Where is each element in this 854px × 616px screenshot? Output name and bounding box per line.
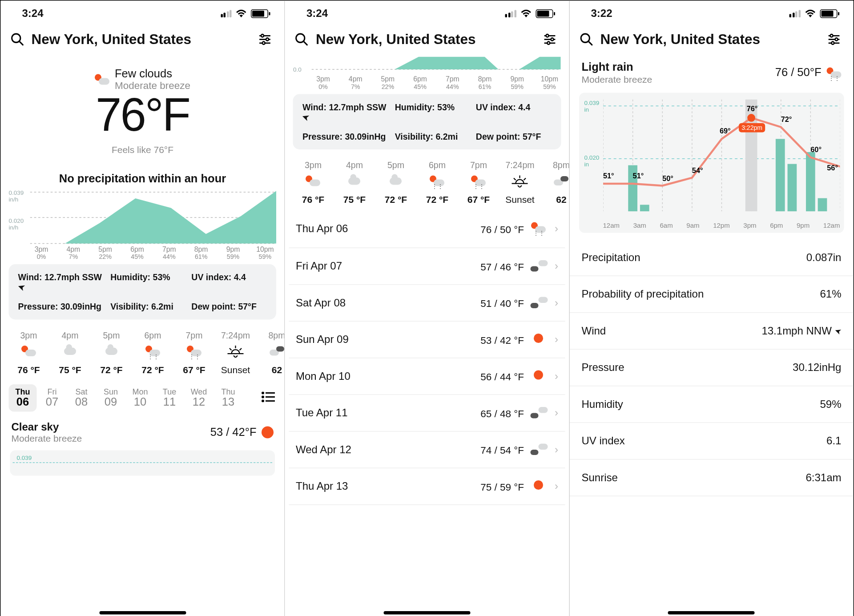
home-indicator[interactable] bbox=[383, 611, 470, 615]
hourly-item[interactable]: 7pm⋮⋮67 °F bbox=[459, 160, 499, 205]
details-visibility: Visibility: 6.2mi bbox=[110, 302, 186, 312]
hourly-item[interactable]: 7:24pmSunset bbox=[216, 330, 256, 375]
details-visibility: Visibility: 6.2mi bbox=[395, 132, 471, 142]
svg-line-33 bbox=[524, 178, 526, 181]
status-bar: 3:22 bbox=[569, 1, 853, 22]
stat-label: Humidity bbox=[581, 399, 623, 411]
summary-condition: Clear sky bbox=[12, 421, 210, 433]
day-selector[interactable]: Thu06Fri07Sat08Sun09Mon10Tue11Wed12Thu13 bbox=[1, 380, 285, 412]
daily-date: Sat Apr 08 bbox=[296, 297, 480, 309]
sun-icon bbox=[262, 427, 274, 439]
selected-day-summary[interactable]: Clear sky Moderate breeze 53 / 42°F bbox=[1, 412, 285, 447]
battery-icon bbox=[251, 9, 268, 18]
chart-x-tick: 3am bbox=[633, 221, 646, 229]
svg-line-14 bbox=[240, 348, 242, 350]
location-title[interactable]: New York, United States bbox=[32, 32, 251, 48]
day-pill[interactable]: Wed12 bbox=[185, 384, 213, 412]
day-detail-chart[interactable]: 0.039in 0.020in 3 bbox=[579, 93, 844, 233]
location-title[interactable]: New York, United States bbox=[600, 32, 820, 48]
hourly-item[interactable]: 5pm72 °F bbox=[376, 160, 416, 205]
svg-rect-59 bbox=[818, 198, 827, 212]
home-indicator[interactable] bbox=[668, 611, 755, 615]
wifi-icon bbox=[520, 9, 532, 18]
signal-icon bbox=[505, 9, 516, 17]
details-dewpoint: Dew point: 57°F bbox=[191, 302, 267, 312]
hourly-item[interactable]: 8pm62 bbox=[541, 160, 569, 205]
precip-x-tick: 4pm7% bbox=[344, 75, 367, 90]
day-pill[interactable]: Thu13 bbox=[214, 384, 242, 412]
stat-value: 6.1 bbox=[826, 435, 841, 447]
precip-x-tick: 8pm61% bbox=[474, 75, 496, 90]
settings-sliders-icon[interactable] bbox=[542, 32, 557, 47]
day-pill[interactable]: Tue11 bbox=[156, 384, 184, 412]
day-pill[interactable]: Thu06 bbox=[9, 384, 37, 412]
feels-like: Feels like 76°F bbox=[1, 144, 285, 155]
daily-temps: 51 / 40 °F bbox=[480, 297, 524, 309]
hourly-temp: 75 °F bbox=[50, 364, 90, 375]
home-indicator[interactable] bbox=[99, 611, 186, 615]
hourly-forecast[interactable]: 3pm76 °F4pm75 °F5pm72 °F6pm⋮⋮72 °F7pm⋮⋮6… bbox=[1, 326, 285, 381]
chart-x-tick: 6am bbox=[660, 221, 673, 229]
hourly-item[interactable]: 4pm75 °F bbox=[334, 160, 375, 205]
mini-precip-chart: 0.039 bbox=[10, 451, 275, 476]
svg-rect-55 bbox=[640, 205, 649, 211]
daily-row[interactable]: Sun Apr 0953 / 42 °F› bbox=[289, 322, 565, 358]
hourly-item[interactable]: 8pm62 bbox=[257, 330, 285, 375]
precip-chart-top: 0.0 3pm0%4pm7%5pm22%6pm45%7pm44%8pm61%9p… bbox=[293, 57, 561, 88]
search-icon[interactable] bbox=[294, 32, 309, 47]
hourly-item[interactable]: 6pm⋮⋮72 °F bbox=[133, 330, 173, 375]
day-pill[interactable]: Mon10 bbox=[126, 384, 154, 412]
hourly-item[interactable]: 5pm72 °F bbox=[92, 330, 132, 375]
hourly-item[interactable]: 3pm76 °F bbox=[9, 330, 49, 375]
hourly-item[interactable]: 4pm75 °F bbox=[50, 330, 90, 375]
status-bar: 3:24 bbox=[285, 1, 569, 22]
daily-row[interactable]: Wed Apr 1274 / 54 °F› bbox=[289, 432, 565, 469]
search-icon[interactable] bbox=[579, 32, 593, 47]
current-temperature: 76°F bbox=[1, 88, 285, 141]
stat-row: Sunrise6:31am bbox=[569, 460, 853, 497]
precip-x-tick: 6pm45% bbox=[409, 75, 431, 90]
daily-row[interactable]: Fri Apr 0757 / 46 °F› bbox=[289, 248, 565, 285]
sun-icon bbox=[531, 370, 547, 382]
settings-sliders-icon[interactable] bbox=[826, 32, 841, 47]
details-humidity: Humidity: 53% bbox=[395, 102, 471, 122]
hourly-item[interactable]: 3pm76 °F bbox=[293, 160, 333, 205]
svg-rect-56 bbox=[775, 139, 785, 211]
signal-icon bbox=[790, 9, 801, 17]
hourly-item[interactable]: 7pm⋮⋮67 °F bbox=[174, 330, 214, 375]
stat-row: Precipitation0.087in bbox=[569, 240, 853, 277]
hourly-forecast[interactable]: 3pm76 °F4pm75 °F5pm72 °F6pm⋮⋮72 °F7pm⋮⋮6… bbox=[285, 156, 569, 210]
rain-sun-icon: ⋮⋮ bbox=[133, 343, 173, 359]
daily-date: Thu Apr 06 bbox=[296, 223, 480, 235]
settings-sliders-icon[interactable] bbox=[258, 32, 272, 47]
day-pill[interactable]: Sun09 bbox=[97, 384, 125, 412]
rain-sun-icon: ⋮⋮ bbox=[531, 222, 547, 236]
svg-rect-16 bbox=[266, 392, 275, 393]
daily-row[interactable]: Tue Apr 1165 / 48 °F› bbox=[289, 395, 565, 432]
precip-x-tick: 3pm0% bbox=[312, 75, 334, 90]
rain-sun-icon: ⋮⋮ bbox=[174, 343, 214, 359]
list-view-icon[interactable] bbox=[262, 391, 275, 405]
daily-date: Wed Apr 12 bbox=[296, 444, 480, 456]
stat-row: Pressure30.12inHg bbox=[569, 350, 853, 387]
precip-chart-svg bbox=[30, 191, 277, 244]
daily-row[interactable]: Thu Apr 1375 / 59 °F› bbox=[289, 468, 565, 505]
summary-sub: Moderate breeze bbox=[12, 433, 210, 444]
daily-row[interactable]: Thu Apr 0676 / 50 °F⋮⋮› bbox=[289, 210, 565, 249]
stat-label: Pressure bbox=[581, 362, 624, 374]
hourly-item[interactable]: 7:24pmSunset bbox=[500, 160, 540, 205]
hourly-item[interactable]: 6pm⋮⋮72 °F bbox=[417, 160, 457, 205]
search-icon[interactable] bbox=[10, 32, 25, 47]
day-pill[interactable]: Fri07 bbox=[38, 384, 66, 412]
battery-icon bbox=[536, 9, 553, 18]
daily-row[interactable]: Mon Apr 1056 / 44 °F› bbox=[289, 358, 565, 395]
svg-point-60 bbox=[747, 114, 755, 122]
location-title[interactable]: New York, United States bbox=[316, 32, 536, 48]
screen-detail: 3:22 New York, United States Light rain … bbox=[569, 1, 853, 616]
day-pill[interactable]: Sat08 bbox=[68, 384, 96, 412]
daily-row[interactable]: Sat Apr 0851 / 40 °F› bbox=[289, 285, 565, 322]
chevron-right-icon: › bbox=[555, 370, 558, 382]
chevron-right-icon: › bbox=[555, 444, 558, 456]
chevron-right-icon: › bbox=[555, 297, 558, 309]
details-uv: UV index: 4.4 bbox=[476, 102, 552, 122]
